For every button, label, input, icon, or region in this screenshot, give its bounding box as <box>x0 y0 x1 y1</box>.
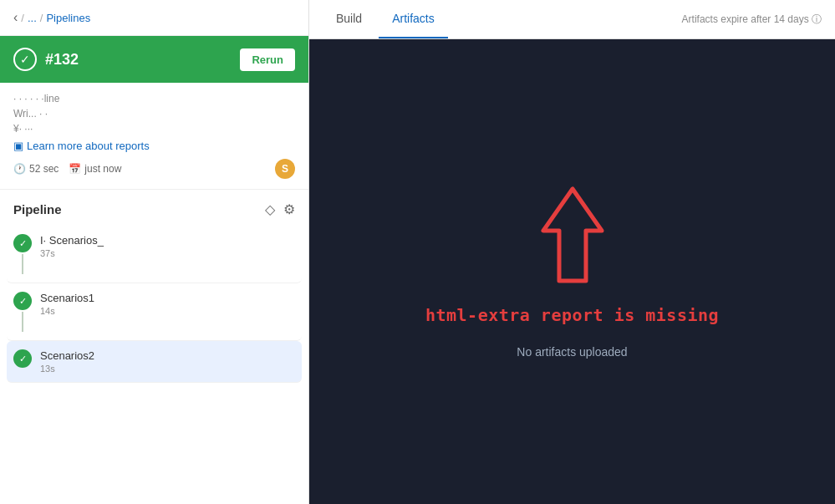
breadcrumb-pipelines[interactable]: Pipelines <box>46 12 90 24</box>
pipeline-header: ✓ #132 Rerun <box>0 36 308 83</box>
stage-item-3[interactable]: ✓ Scenarios2 13s <box>7 341 302 383</box>
arrow-container <box>539 185 606 285</box>
breadcrumb-sep1: / <box>21 12 24 24</box>
pipeline-section-header: Pipeline ◇ ⚙ <box>0 190 308 226</box>
settings-icon[interactable]: ⚙ <box>283 201 295 217</box>
stage-name-3: Scenarios2 <box>40 349 295 362</box>
info-text-3: ¥· ··· <box>13 123 33 135</box>
stage-content-2: Scenarios1 14s <box>40 292 295 316</box>
svg-marker-0 <box>543 189 602 281</box>
stage-content-1: I· Scenarios_ 37s <box>40 234 295 258</box>
back-button[interactable]: ‹ <box>13 10 18 25</box>
time-item: 📅 just now <box>69 163 121 175</box>
duration-item: 🕐 52 sec <box>13 163 59 175</box>
stage-connector-1: ✓ <box>13 234 32 274</box>
meta-left: 🕐 52 sec 📅 just now <box>13 163 121 175</box>
calendar-icon: 📅 <box>69 163 81 175</box>
info-row-1: · · · · · ·line <box>13 93 295 104</box>
clock-icon: 🕐 <box>13 163 26 175</box>
artifacts-content: html-extra report is missing No artifact… <box>309 39 835 504</box>
meta-row: 🕐 52 sec 📅 just now S <box>13 159 295 179</box>
info-text-2: Wri... · · <box>13 108 48 120</box>
bookmark-icon[interactable]: ◇ <box>265 201 275 217</box>
pipeline-section-title: Pipeline <box>13 202 62 216</box>
expire-notice: Artifacts expire after 14 days ⓘ <box>682 13 822 27</box>
stage-name-1: I· Scenarios_ <box>40 234 295 247</box>
learn-more-link[interactable]: ▣ Learn more about reports <box>13 140 295 152</box>
stage-check-2: ✓ <box>13 292 32 310</box>
pipeline-number: #132 <box>45 51 79 69</box>
stage-line-1 <box>22 254 23 274</box>
no-artifacts-text: No artifacts uploaded <box>517 345 627 359</box>
breadcrumb: ‹ / ... / Pipelines <box>0 0 308 36</box>
avatar: S <box>275 159 295 179</box>
tab-artifacts[interactable]: Artifacts <box>379 0 448 38</box>
info-row-2: Wri... · · <box>13 108 295 120</box>
stages-list: ✓ I· Scenarios_ 37s ✓ Scenarios1 14s <box>0 226 308 383</box>
missing-report-text: html-extra report is missing <box>425 305 719 325</box>
pipeline-section: Pipeline ◇ ⚙ ✓ I· Scenarios_ 37s <box>0 190 308 504</box>
stage-check-3: ✓ <box>13 349 32 368</box>
up-arrow-icon <box>539 185 606 285</box>
status-check-icon: ✓ <box>13 48 37 71</box>
stage-connector-3: ✓ <box>13 349 32 368</box>
breadcrumb-ellipsis[interactable]: ... <box>28 12 37 24</box>
stage-line-2 <box>22 312 23 332</box>
pipeline-header-left: ✓ #132 <box>13 48 79 71</box>
info-text-1: · · · · · ·line <box>13 93 59 104</box>
stage-connector-2: ✓ <box>13 292 32 332</box>
info-card: · · · · · ·line Wri... · · ¥· ··· ▣ Lear… <box>0 83 308 190</box>
stage-time-1: 37s <box>40 248 295 258</box>
tabs-bar: Build Artifacts Artifacts expire after 1… <box>309 0 835 39</box>
info-row-3: ¥· ··· <box>13 123 295 135</box>
stage-name-2: Scenarios1 <box>40 292 295 304</box>
stage-item-1[interactable]: ✓ I· Scenarios_ 37s <box>7 226 302 283</box>
rerun-button[interactable]: Rerun <box>240 48 295 71</box>
report-icon: ▣ <box>13 140 23 152</box>
stage-check-1: ✓ <box>13 234 32 252</box>
stage-time-3: 13s <box>40 364 295 374</box>
right-panel: Build Artifacts Artifacts expire after 1… <box>309 0 835 504</box>
duration-text: 52 sec <box>29 163 59 175</box>
stage-item-2[interactable]: ✓ Scenarios1 14s <box>7 283 302 341</box>
tabs-left: Build Artifacts <box>323 0 451 38</box>
tab-build[interactable]: Build <box>323 0 375 38</box>
time-text: just now <box>84 163 121 175</box>
header-icons: ◇ ⚙ <box>265 201 295 217</box>
stage-time-2: 14s <box>40 306 295 316</box>
left-panel: ‹ / ... / Pipelines ✓ #132 Rerun · · · ·… <box>0 0 309 504</box>
stage-content-3: Scenarios2 13s <box>40 349 295 374</box>
learn-more-label: Learn more about reports <box>27 140 150 152</box>
breadcrumb-sep2: / <box>40 12 43 24</box>
